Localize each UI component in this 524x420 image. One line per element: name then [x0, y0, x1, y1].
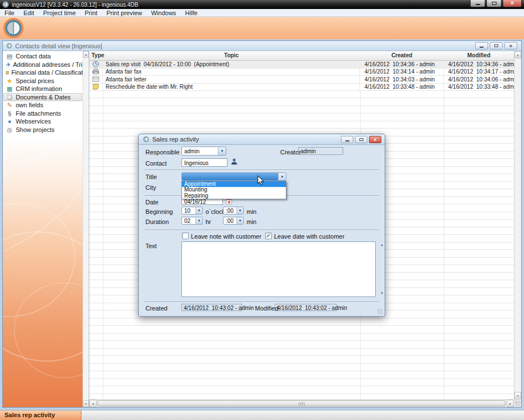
close-icon: ×	[511, 1, 514, 6]
table-horizontal-scrollbar[interactable]: ◄ ►	[89, 399, 514, 407]
column-divider	[103, 91, 103, 399]
app-title: ingeniousV12 [V3.3.42 - 26.03.12] - inge…	[12, 2, 138, 8]
sidebar-item-additional-addresses[interactable]: ✈ Additional addresses / Trips	[3, 61, 82, 69]
duration-hours-select[interactable]: 02 ▼	[181, 217, 203, 225]
app-maximize-button[interactable]	[486, 0, 502, 7]
sidebar-scrollbar[interactable]: ▲ ▼	[83, 51, 89, 407]
scroll-up-icon[interactable]: ▲	[514, 51, 521, 58]
sidebar: ▤ Contact data ✈ Additional addresses / …	[3, 51, 89, 407]
column-divider	[444, 91, 444, 399]
row-topic: Sales rep visit 04/16/2012 - 10:00 (Appo…	[103, 61, 360, 68]
duration-minute-select[interactable]: :00 ▼	[223, 217, 244, 225]
scroll-up-icon[interactable]: ▲	[380, 243, 384, 246]
table-row[interactable]: Sales rep visit 04/16/2012 - 10:00 (Appo…	[89, 61, 514, 69]
dialog-resize-grip-icon[interactable]	[377, 309, 383, 314]
table-vertical-scrollbar[interactable]: ▲ ▼	[514, 51, 521, 399]
statusbar-active-window-tab[interactable]: Sales rep activity	[0, 410, 81, 420]
responsible-value: admin	[182, 147, 218, 155]
restore-icon	[494, 44, 498, 47]
sidebar-item-crm-information[interactable]: ▦ CRM information	[3, 85, 82, 93]
maximize-icon	[492, 2, 496, 5]
responsible-select[interactable]: admin ▼	[181, 147, 226, 156]
window-minimize-button[interactable]	[475, 42, 488, 49]
contact-field[interactable]: Ingenious	[181, 158, 227, 167]
menu-hilfe[interactable]: Hilfe	[181, 9, 202, 17]
financial-data-icon: ¤	[6, 69, 9, 76]
window-close-button[interactable]: ×	[504, 42, 517, 49]
sidebar-item-show-projects[interactable]: ◎ Show projects	[3, 126, 82, 134]
column-header-topic[interactable]: Topic	[103, 52, 360, 58]
min-text: min	[247, 208, 257, 215]
sidebar-item-label: Special prices	[16, 77, 54, 84]
scroll-left-icon[interactable]: ◄	[89, 400, 97, 407]
leave-note-label: Leave note with customer	[191, 233, 261, 240]
sidebar-item-label: CRM information	[16, 85, 62, 92]
thumb-grip-icon	[299, 402, 304, 405]
beginning-label: Beginning	[145, 208, 173, 215]
scroll-down-icon[interactable]: ▼	[83, 400, 89, 407]
menu-print[interactable]: Print	[80, 9, 102, 17]
contact-person-icon[interactable]	[231, 158, 238, 165]
column-header-modified[interactable]: Modified	[444, 52, 514, 58]
table-row[interactable]: Atlanta fair fax 4/16/2012 10:34:14 - ad…	[89, 69, 514, 76]
column-header-created[interactable]: Created	[360, 52, 444, 58]
min-text: min	[247, 218, 257, 225]
sidebar-item-own-fields[interactable]: ✎ own fields	[3, 101, 82, 109]
app-minimize-button[interactable]	[470, 0, 485, 7]
scroll-up-icon[interactable]: ▲	[83, 51, 89, 58]
scroll-down-icon[interactable]: ▼	[380, 291, 384, 295]
menu-edit[interactable]: Edit	[19, 9, 39, 17]
crm-information-icon: ▦	[6, 85, 13, 92]
dialog-minimize-button[interactable]	[341, 136, 353, 143]
minimize-icon	[480, 47, 484, 48]
row-created: 4/16/2012 10:33:48 - admin	[360, 84, 444, 91]
horizontal-scroll-thumb[interactable]	[97, 400, 505, 407]
chevron-down-icon[interactable]: ▼	[236, 217, 243, 224]
chevron-down-icon[interactable]: ▼	[278, 173, 286, 180]
dialog-close-button[interactable]: ×	[369, 136, 381, 143]
menu-file[interactable]: File	[0, 9, 19, 17]
sidebar-item-special-prices[interactable]: ★ Special prices	[3, 77, 82, 85]
separator	[144, 170, 379, 171]
contact-data-icon: ▤	[6, 53, 13, 60]
hr-text: hr	[206, 218, 211, 225]
row-topic: Reschedule the date with Mr. Right	[103, 84, 360, 91]
sidebar-item-webservices[interactable]: ● Webservices	[3, 117, 82, 126]
table-header: Type Topic Created Modified	[89, 51, 514, 61]
modified-field: 4/16/2012 10:43:02 - admin	[275, 304, 336, 311]
table-row[interactable]: Atlanta fair letter 4/16/2012 10:34:03 -…	[89, 76, 514, 84]
sidebar-item-label: Financial data / Classification	[11, 69, 89, 76]
contacts-detail-titlebar[interactable]: Contacts detail view [Ingenious] ×	[3, 41, 521, 51]
app-titlebar: ingeniousV12 [V3.3.42 - 26.03.12] - inge…	[0, 0, 524, 9]
dropdown-option-repairing[interactable]: Repairing	[182, 193, 286, 199]
chevron-down-icon[interactable]: ▼	[195, 217, 202, 224]
sidebar-item-contact-data[interactable]: ▤ Contact data	[3, 52, 82, 61]
beginning-minute-select[interactable]: :00 ▼	[223, 207, 244, 214]
app-close-button[interactable]: ×	[503, 0, 522, 7]
sidebar-item-financial-data[interactable]: ¤ Financial data / Classification	[3, 69, 82, 77]
table-row[interactable]: Reschedule the date with Mr. Right 4/16/…	[89, 84, 514, 92]
menu-project-time[interactable]: Project time	[39, 9, 80, 17]
resize-grip-icon	[515, 401, 521, 407]
scroll-down-icon[interactable]: ▼	[514, 392, 521, 399]
dialog-restore-button[interactable]	[355, 136, 367, 143]
leave-date-checkbox[interactable]: ✓	[265, 232, 272, 239]
text-area[interactable]	[181, 241, 376, 297]
menu-windows[interactable]: Windows	[147, 9, 181, 17]
chevron-down-icon[interactable]: ▼	[218, 147, 226, 155]
chevron-down-icon[interactable]: ▼	[195, 207, 202, 214]
dialog-titlebar[interactable]: Sales rep activity ×	[139, 134, 385, 145]
menu-print-preview[interactable]: Print preview	[102, 9, 147, 17]
scroll-right-icon[interactable]: ►	[507, 400, 514, 407]
title-select[interactable]: ▼	[181, 172, 286, 181]
resize-corner[interactable]	[514, 399, 521, 407]
creator-field: admin	[298, 147, 343, 155]
sidebar-item-file-attachments[interactable]: § File attachments	[3, 109, 82, 118]
show-projects-icon: ◎	[6, 126, 13, 133]
sidebar-item-documents-dates[interactable]: ❏ Documents & Dates	[3, 93, 82, 102]
window-restore-button[interactable]	[490, 42, 503, 49]
beginning-hour-select[interactable]: 10 ▼	[181, 207, 203, 214]
leave-note-checkbox[interactable]	[182, 232, 189, 239]
chevron-down-icon[interactable]: ▼	[236, 207, 243, 214]
separator	[144, 230, 379, 231]
